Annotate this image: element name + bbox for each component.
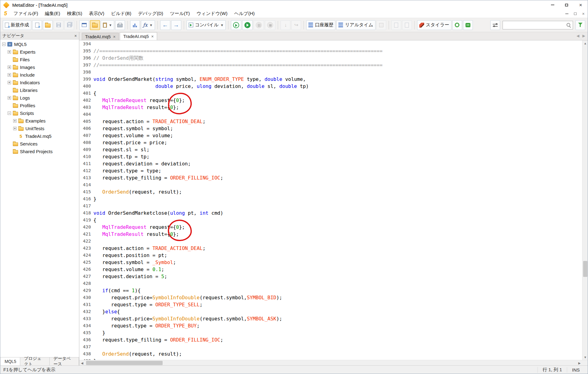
navigator-tab-database[interactable]: データベース <box>50 357 79 365</box>
collapse-icon[interactable]: − <box>2 43 6 46</box>
step-into-button[interactable]: ↓ <box>281 20 290 30</box>
expand-icon[interactable]: + <box>8 50 11 54</box>
new-file-button[interactable]: 新規作成 <box>3 20 31 30</box>
save-button[interactable] <box>54 20 63 30</box>
minimize-icon <box>551 5 554 5</box>
tree-item-files[interactable]: Files <box>0 56 79 63</box>
chevron-down-icon[interactable]: ▼ <box>221 23 224 27</box>
code-text: OrderSend(request, result); <box>93 188 182 195</box>
horizontal-scrollbar-thumb[interactable] <box>86 361 163 365</box>
menu-file[interactable]: ファイル(F) <box>10 9 42 18</box>
vertical-scrollbar[interactable]: ▲ ▼ <box>582 40 588 360</box>
code-token: OrderSend <box>102 351 129 357</box>
scroll-up-icon[interactable]: ▲ <box>582 40 588 46</box>
compile-button[interactable]: コンパイル ▼ <box>187 20 226 30</box>
menu-tools[interactable]: ツール(T) <box>167 9 193 18</box>
tree-item-logs[interactable]: +Logs <box>0 94 79 102</box>
mql-wizard-button[interactable] <box>79 20 89 30</box>
tree-item-services[interactable]: Services <box>0 140 79 148</box>
community-button[interactable] <box>452 20 462 30</box>
tab-close-icon[interactable]: × <box>113 35 115 39</box>
chevron-down-icon[interactable]: ▼ <box>109 23 112 27</box>
debug-pause-button[interactable] <box>254 20 264 30</box>
mdi-minimize-icon[interactable] <box>565 13 568 14</box>
chat-button[interactable] <box>463 20 473 30</box>
search-icon[interactable] <box>567 23 571 27</box>
vertical-scrollbar-thumb[interactable] <box>583 261 587 277</box>
scroll-right-icon[interactable]: ▶ <box>577 360 582 366</box>
print-button[interactable] <box>115 20 125 30</box>
expand-icon[interactable]: + <box>8 73 11 77</box>
menu-build[interactable]: ビルド(B) <box>108 9 135 18</box>
search-input[interactable] <box>505 23 567 28</box>
tree-item-include[interactable]: +Include <box>0 71 79 79</box>
tree-item-scripts[interactable]: −Scripts <box>0 109 79 117</box>
styler-button[interactable]: スタイラー <box>417 20 451 30</box>
close-button[interactable]: × <box>574 0 588 9</box>
editor-tab-2[interactable]: TradeAI.mq5× <box>120 32 157 40</box>
step-over-button[interactable]: ↪ <box>291 20 301 30</box>
navigator-close-icon[interactable]: × <box>74 34 77 38</box>
search-options-button[interactable] <box>490 20 500 30</box>
tree-item-images[interactable]: +Images <box>0 63 79 71</box>
tree-item-examples[interactable]: +Examples <box>0 117 79 125</box>
expand-icon[interactable]: + <box>13 119 17 123</box>
mdi-restore-icon[interactable] <box>574 13 577 15</box>
navigator-tab-mql5[interactable]: MQL5 <box>1 357 20 365</box>
scroll-down-icon[interactable]: ▼ <box>582 354 588 360</box>
menu-search[interactable]: 検索(S) <box>64 9 86 18</box>
copy-as-button[interactable] <box>402 20 412 30</box>
menu-help[interactable]: ヘルプ(H) <box>231 9 258 18</box>
tree-item-mql5[interactable]: −≡MQL5 <box>0 40 79 48</box>
scroll-left-icon[interactable]: ◀ <box>79 360 85 366</box>
tab-scroll-right-icon[interactable]: ▶ <box>582 34 585 38</box>
account-history-button[interactable]: 口座履歴 <box>306 20 335 30</box>
new-document-button[interactable] <box>32 20 42 30</box>
horizontal-scrollbar[interactable]: ◀ ▶ <box>79 360 582 365</box>
collapse-icon[interactable]: − <box>8 111 11 115</box>
navigate-back-button[interactable]: ← <box>160 20 170 30</box>
account-history-icon <box>308 23 313 27</box>
title-bar: MetaEditor - [TradeAI.mq5] × <box>0 0 588 9</box>
menu-edit[interactable]: 編集(E) <box>42 9 64 18</box>
minimize-button[interactable] <box>545 0 560 9</box>
menu-window[interactable]: ウィンドウ(W) <box>193 9 231 18</box>
editor-tab-1[interactable]: TradeAI.mq5× <box>82 33 119 40</box>
navigator-tab-projects[interactable]: プロジェクト <box>20 357 50 365</box>
open-file-button[interactable] <box>43 20 53 30</box>
realtime-button[interactable]: リアルタイム <box>336 20 375 30</box>
expand-icon[interactable]: + <box>13 127 17 130</box>
tab-close-icon[interactable]: × <box>151 34 154 39</box>
function-list-button[interactable]: ƒx▼ <box>141 20 155 30</box>
tree-item-libraries[interactable]: Libraries <box>0 86 79 94</box>
expand-icon[interactable]: + <box>8 96 11 100</box>
expand-icon[interactable]: + <box>8 66 11 69</box>
debug-stop-button[interactable] <box>265 20 275 30</box>
tree-item-experts[interactable]: +Experts <box>0 48 79 56</box>
restore-button[interactable] <box>560 0 574 9</box>
tree-item-profiles[interactable]: Profiles <box>0 102 79 109</box>
save-all-button[interactable] <box>64 20 74 30</box>
editor-tabs: TradeAI.mq5×TradeAI.mq5× <box>82 32 158 40</box>
data-folder-button[interactable] <box>90 20 100 30</box>
copy-button[interactable] <box>391 20 401 30</box>
profiler-button[interactable] <box>130 20 140 30</box>
code-line: 421 MqlTradeResult result={0}; <box>79 231 582 238</box>
paste-button[interactable]: ▼ <box>101 20 114 30</box>
tree-item-unittests[interactable]: +UnitTests <box>0 125 79 132</box>
chevron-down-icon[interactable]: ▼ <box>149 23 153 27</box>
debug-start-button[interactable] <box>231 20 241 30</box>
menu-view[interactable]: 表示(V) <box>86 9 108 18</box>
debug-resume-button[interactable] <box>242 20 253 30</box>
navigate-forward-button[interactable]: → <box>171 20 181 30</box>
menu-debug[interactable]: デバッグ(D) <box>135 9 167 18</box>
expand-icon[interactable]: + <box>8 81 11 84</box>
code-area[interactable]: 394395//================================… <box>79 40 582 360</box>
tree-item-indicators[interactable]: +Indicators <box>0 79 79 86</box>
tab-scroll-left-icon[interactable]: ◀ <box>577 34 579 38</box>
tree-item-tradeai-mq5[interactable]: 5TradeAI.mq5 <box>0 132 79 140</box>
stop-realtime-button[interactable] <box>376 20 386 30</box>
mdi-close-icon[interactable]: × <box>582 12 585 16</box>
filter-button[interactable] <box>575 20 585 30</box>
tree-item-shared-projects[interactable]: Shared Projects <box>0 148 79 155</box>
